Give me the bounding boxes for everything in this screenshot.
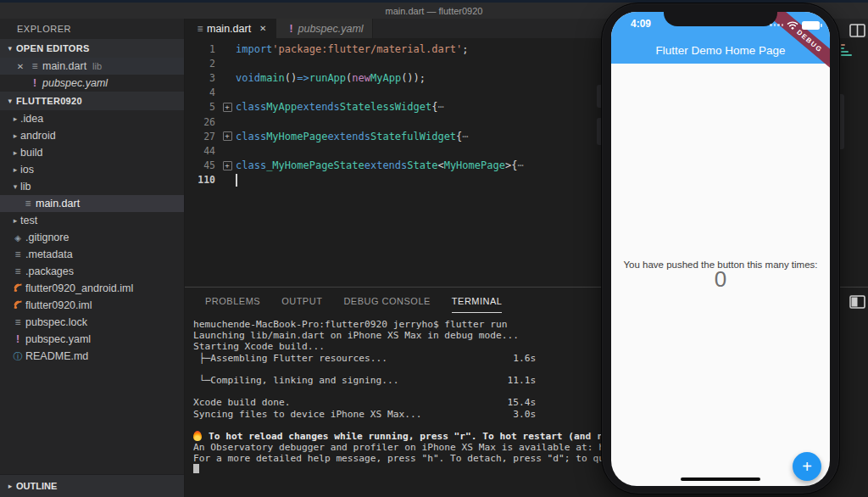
tree-item-flutter0920_android.iml[interactable]: flutter0920_android.iml [0, 280, 184, 297]
wifi-icon [787, 20, 798, 30]
chevron-right-icon: ▸ [10, 165, 20, 174]
project-header[interactable]: ▾ FLUTTER0920 [0, 92, 184, 110]
close-icon[interactable]: ✕ [14, 62, 27, 71]
window-title: main.dart — flutter0920 [386, 6, 483, 16]
warning-icon: ! [10, 333, 25, 345]
split-editor-icon[interactable] [849, 24, 865, 37]
tab-pubspec.yaml[interactable]: !pubspec.yaml [276, 19, 373, 38]
line-number: 110 [185, 174, 219, 186]
file-label: pubspec.yaml [25, 333, 91, 345]
line-number: 4 [185, 87, 219, 98]
line-number: 1 [185, 43, 219, 55]
line-number: 3 [185, 72, 219, 84]
file-label: lib [20, 181, 31, 193]
file-label: .packages [25, 265, 74, 277]
file-label: pubspec.yaml [42, 77, 108, 89]
file-icon: ≡ [20, 198, 36, 209]
chevron-right-icon: ▸ [4, 482, 16, 490]
tree-item-ios[interactable]: ▸ios [0, 161, 184, 178]
file-icon: ≡ [193, 23, 207, 35]
fold-expand-icon[interactable]: + [219, 161, 236, 170]
open-editor-pubspec.yaml[interactable]: !pubspec.yaml [0, 75, 184, 92]
explorer-sidebar: EXPLORER ▾ OPEN EDITORS ✕≡main.dartlib!p… [0, 19, 185, 497]
file-label: main.dart [36, 198, 80, 209]
counter-value: 0 [611, 266, 830, 293]
line-number: 5 [185, 101, 219, 113]
tree-item-.packages[interactable]: ≡.packages [0, 263, 184, 280]
file-icon: ≡ [27, 60, 42, 72]
outline-header[interactable]: ▸ OUTLINE [0, 474, 184, 497]
tree-item-flutter0920.iml[interactable]: flutter0920.iml [0, 297, 184, 314]
git-icon: ◈ [10, 233, 25, 243]
open-editors-header[interactable]: ▾ OPEN EDITORS [0, 39, 184, 58]
tab-main.dart[interactable]: ≡main.dart✕ [185, 19, 276, 38]
info-icon: ⓘ [10, 350, 25, 363]
file-label: README.md [25, 350, 88, 362]
fold-expand-icon[interactable]: + [219, 103, 236, 112]
open-editors-list: ✕≡main.dartlib!pubspec.yaml [0, 58, 184, 92]
panel-tab-terminal[interactable]: TERMINAL [452, 296, 503, 313]
line-number: 45 [185, 159, 219, 171]
tree-item-build[interactable]: ▸build [0, 144, 184, 161]
file-label: .gitignore [25, 232, 69, 243]
phone-screen: Flutter Demo Home Page DEBUG 4:09 You ha… [611, 12, 830, 486]
home-indicator[interactable] [681, 477, 760, 481]
text-cursor [236, 174, 237, 187]
tree-item-pubspec.yaml[interactable]: !pubspec.yaml [0, 331, 184, 348]
phone-notch [664, 12, 777, 26]
panel-tab-debug-console[interactable]: DEBUG CONSOLE [343, 296, 430, 313]
file-label: .metadata [25, 248, 73, 260]
chevron-right-icon: ▸ [10, 131, 20, 140]
file-icon: ≡ [10, 248, 25, 260]
rss-icon [10, 283, 25, 294]
line-number: 2 [185, 58, 219, 70]
battery-icon [802, 21, 820, 30]
open-editor-main.dart[interactable]: ✕≡main.dartlib [0, 58, 184, 75]
tab-label: main.dart [207, 23, 251, 35]
chevron-down-icon: ▾ [4, 44, 16, 53]
fold-expand-icon[interactable]: + [219, 131, 236, 141]
app-bar-title: Flutter Demo Home Page [611, 44, 830, 57]
file-label: android [20, 130, 56, 142]
file-detail: lib [92, 61, 102, 71]
explorer-header: EXPLORER [0, 19, 184, 39]
tree-item-README.md[interactable]: ⓘREADME.md [0, 348, 184, 365]
panel-tab-output[interactable]: OUTPUT [281, 296, 322, 313]
chevron-down-icon: ▾ [10, 182, 20, 191]
tab-label: pubspec.yaml [298, 23, 364, 35]
tree-item-.idea[interactable]: ▸.idea [0, 110, 184, 127]
flame-icon [193, 431, 202, 441]
warning-icon: ! [285, 23, 298, 35]
close-icon[interactable]: ✕ [259, 24, 266, 33]
terminal-cursor [193, 464, 199, 473]
chevron-down-icon: ▾ [4, 97, 16, 105]
tree-item-pubspec.lock[interactable]: ≡pubspec.lock [0, 314, 184, 331]
tree-item-lib[interactable]: ▾lib [0, 178, 184, 195]
file-icon: ≡ [10, 265, 25, 277]
line-number: 26 [185, 116, 219, 128]
status-bar-time: 4:09 [631, 18, 651, 30]
tree-item-main.dart[interactable]: ≡main.dart [0, 195, 184, 212]
file-tree: ▸.idea▸android▸build▸ios▾lib≡main.dart▸t… [0, 110, 184, 365]
chevron-right-icon: ▸ [10, 216, 20, 225]
tree-item-.metadata[interactable]: ≡.metadata [0, 246, 184, 263]
fab-add-button[interactable]: + [793, 452, 821, 481]
iphone-simulator-window[interactable]: Flutter Demo Home Page DEBUG 4:09 You ha… [597, 3, 844, 494]
tree-item-android[interactable]: ▸android [0, 127, 184, 144]
tree-item-.gitignore[interactable]: ◈.gitignore [0, 229, 184, 246]
file-icon: ≡ [10, 316, 25, 328]
file-label: flutter0920_android.iml [25, 282, 133, 294]
chevron-right-icon: ▸ [10, 114, 20, 123]
file-label: ios [20, 164, 34, 176]
toggle-panel-icon[interactable] [849, 295, 865, 309]
line-number: 27 [185, 131, 219, 142]
cellular-dots-icon [770, 24, 783, 26]
rss-icon [10, 300, 25, 311]
file-label: flutter0920.iml [25, 299, 92, 311]
panel-tab-problems[interactable]: PROBLEMS [205, 296, 260, 313]
chevron-right-icon: ▸ [10, 148, 20, 157]
file-label: build [20, 147, 42, 159]
tree-item-test[interactable]: ▸test [0, 212, 184, 229]
file-label: main.dart [42, 60, 86, 72]
power-button [840, 94, 844, 149]
